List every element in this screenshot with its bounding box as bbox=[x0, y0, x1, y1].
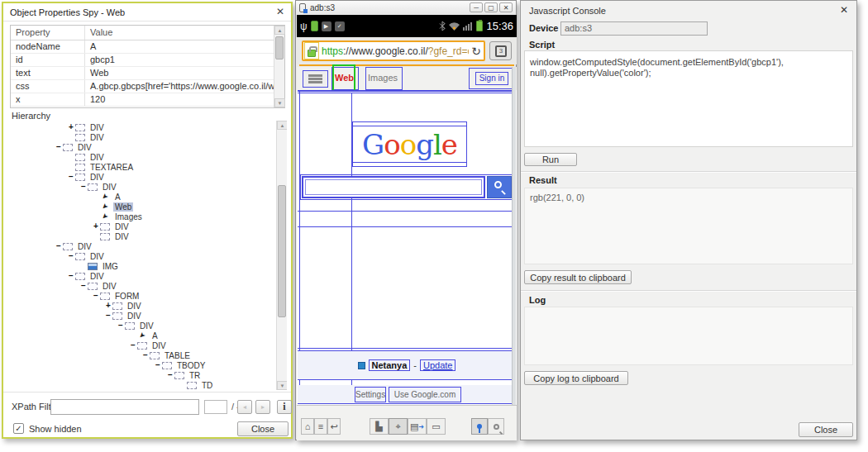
tree-node[interactable]: −TR bbox=[10, 370, 275, 380]
tree-expander-icon[interactable]: − bbox=[55, 143, 63, 151]
tree-node[interactable]: ➤Images bbox=[10, 212, 275, 221]
copy-result-button[interactable]: Copy result to clipboard bbox=[524, 270, 632, 284]
search-button[interactable] bbox=[487, 176, 512, 198]
tree-expander-icon[interactable]: − bbox=[92, 292, 100, 300]
tree-node[interactable]: −TBODY bbox=[10, 360, 275, 370]
tree-expander-icon[interactable]: + bbox=[92, 222, 100, 231]
close-button[interactable]: ✕ bbox=[499, 2, 513, 12]
properties-scrollbar[interactable]: ▲ ▼ bbox=[274, 26, 284, 107]
tree-expander-icon[interactable]: + bbox=[67, 123, 75, 131]
tree-node[interactable]: ➤A bbox=[10, 192, 275, 202]
table-row[interactable]: nodeNameA bbox=[11, 40, 284, 54]
tree-expander-icon[interactable]: − bbox=[79, 183, 88, 191]
sign-in-button[interactable]: Sign in bbox=[475, 72, 508, 85]
element-spy-button[interactable]: ⌖ bbox=[389, 418, 408, 435]
show-hidden-checkbox[interactable]: ✓ bbox=[13, 423, 24, 434]
tree-node[interactable]: −DIV bbox=[10, 182, 275, 192]
table-row[interactable]: x120 bbox=[11, 93, 284, 107]
tree-node[interactable]: DIV bbox=[10, 132, 275, 142]
result-label: Result bbox=[529, 175, 557, 185]
maximize-button[interactable]: ▢ bbox=[484, 2, 498, 12]
tree-expander-icon[interactable]: − bbox=[129, 341, 137, 350]
script-textarea[interactable]: window.getComputedStyle(document.getElem… bbox=[524, 50, 853, 147]
play-store-icon: ▶ bbox=[322, 21, 331, 31]
tree-expander-icon[interactable]: − bbox=[67, 272, 75, 280]
tree-node[interactable]: TD bbox=[10, 380, 275, 390]
home-button[interactable]: ⌂ bbox=[301, 418, 314, 435]
next-match-button[interactable]: ▸ bbox=[255, 400, 270, 414]
rotate-button[interactable]: ▙ bbox=[370, 418, 389, 435]
table-row[interactable]: cssA.gbcp.gbcps[href='https://www.google… bbox=[11, 80, 284, 93]
keyboard-button[interactable]: ▭ bbox=[427, 418, 446, 435]
tree-node[interactable]: +DIV bbox=[10, 122, 275, 132]
scroll-up-icon[interactable]: ▲ bbox=[277, 121, 287, 130]
minimize-button[interactable]: ─ bbox=[470, 2, 483, 12]
url-text[interactable]: https://www.google.co.il/?gfe_rd=c bbox=[322, 45, 469, 57]
tree-expander-icon[interactable]: − bbox=[67, 173, 75, 181]
console-close-button[interactable]: Close bbox=[799, 422, 853, 437]
tab-images[interactable]: Images bbox=[368, 73, 398, 83]
tree-scrollbar[interactable]: ▲ ▼ bbox=[276, 121, 287, 390]
close-icon[interactable]: ✕ bbox=[276, 6, 284, 17]
tab-switcher-button[interactable]: 3 bbox=[489, 41, 512, 60]
tree-node[interactable]: IMG bbox=[10, 261, 275, 271]
tree-expander-icon[interactable]: − bbox=[67, 252, 75, 260]
tree-expander-icon[interactable]: − bbox=[166, 371, 174, 379]
scroll-up-icon[interactable]: ▲ bbox=[274, 26, 285, 35]
back-button[interactable]: ↩ bbox=[327, 418, 341, 435]
tree-node[interactable]: −DIV bbox=[10, 271, 275, 281]
info-button[interactable]: i bbox=[277, 400, 292, 414]
close-icon[interactable]: ✕ bbox=[840, 4, 848, 16]
use-google-com-link[interactable]: Use Google.com bbox=[389, 387, 461, 402]
url-bar[interactable]: https://www.google.co.il/?gfe_rd=c ↻ bbox=[302, 40, 485, 61]
table-row[interactable]: textWeb bbox=[11, 67, 284, 80]
tree-node[interactable]: −DIV bbox=[10, 172, 275, 182]
tree-node[interactable]: ➤A bbox=[10, 331, 275, 340]
table-row[interactable]: idgbcp1 bbox=[11, 54, 284, 67]
zoom-button[interactable] bbox=[488, 418, 504, 435]
scroll-down-icon[interactable]: ▼ bbox=[274, 98, 285, 107]
refresh-icon[interactable]: ↻ bbox=[471, 45, 481, 58]
run-button[interactable]: Run bbox=[524, 153, 577, 166]
menu-button[interactable]: ≡ bbox=[314, 418, 327, 435]
scroll-down-icon[interactable]: ▼ bbox=[277, 381, 287, 390]
tree-expander-icon[interactable]: − bbox=[104, 312, 112, 320]
tree-expander-icon[interactable]: − bbox=[79, 282, 88, 290]
update-link[interactable]: Update bbox=[420, 359, 455, 371]
tree-node[interactable]: −DIV bbox=[10, 251, 275, 261]
tree-node[interactable]: −DIV bbox=[10, 241, 275, 251]
copy-log-button[interactable]: Copy log to clipboard bbox=[524, 371, 628, 385]
tree-node[interactable]: −FORM bbox=[10, 291, 275, 301]
tree-node[interactable]: −TABLE bbox=[10, 350, 275, 360]
xpath-filter-row: XPath Filter: / - ◂ ▸ i bbox=[3, 397, 291, 418]
tree-node[interactable]: DIV bbox=[10, 231, 275, 241]
scrollbar-thumb[interactable] bbox=[275, 36, 284, 59]
spy-bottom-bar: ✓ Show hidden Close bbox=[3, 421, 291, 437]
scrollbar-thumb[interactable] bbox=[278, 185, 286, 317]
tree-node[interactable]: −DIV bbox=[10, 281, 275, 291]
search-input[interactable] bbox=[302, 176, 485, 198]
settings-link[interactable]: Settings bbox=[355, 387, 386, 402]
spy-close-button[interactable]: Close bbox=[237, 421, 289, 436]
tree-node[interactable]: −DIV bbox=[10, 340, 275, 350]
tree-expander-icon[interactable]: + bbox=[104, 302, 112, 310]
xpath-match-counter[interactable] bbox=[204, 400, 227, 414]
xpath-filter-input[interactable] bbox=[50, 399, 199, 415]
tree-node[interactable]: TEXTAREA bbox=[10, 162, 275, 172]
pin-button[interactable] bbox=[471, 418, 488, 435]
device-input[interactable]: adb:s3 bbox=[560, 21, 708, 36]
tree-node[interactable]: −DIV bbox=[10, 142, 275, 152]
tree-expander-icon[interactable]: − bbox=[117, 321, 125, 330]
tab-web[interactable]: Web bbox=[335, 73, 354, 83]
export-page-button[interactable]: ▤➜ bbox=[408, 418, 427, 435]
tree-node[interactable]: ➤Web bbox=[10, 202, 275, 212]
tree-expander-icon[interactable]: − bbox=[141, 351, 150, 359]
tree-expander-icon[interactable]: − bbox=[154, 361, 162, 369]
tree-expander-icon[interactable]: − bbox=[55, 242, 63, 250]
tree-node[interactable]: +DIV bbox=[10, 301, 275, 311]
menu-icon[interactable] bbox=[303, 70, 328, 88]
tree-node[interactable]: −DIV bbox=[10, 311, 275, 321]
tree-node[interactable]: +DIV bbox=[10, 221, 275, 231]
tree-node[interactable]: DIV bbox=[10, 152, 275, 162]
previous-match-button[interactable]: ◂ bbox=[237, 400, 252, 414]
